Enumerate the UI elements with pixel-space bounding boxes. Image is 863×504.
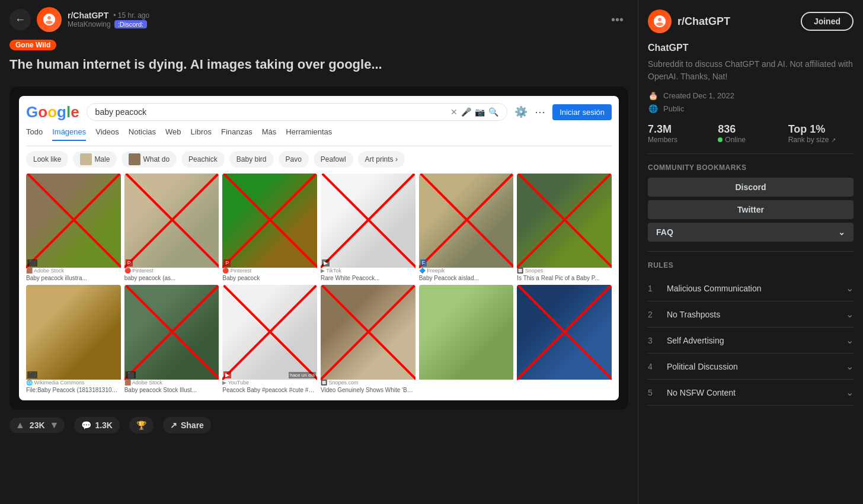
grid-label-9: Peacock Baby #peacock #cute #baby #h... xyxy=(222,387,317,393)
rule-2-chevron: ⌄ xyxy=(846,309,854,320)
upvote-button[interactable]: ▲ xyxy=(15,420,25,431)
chip-pavo[interactable]: Pavo xyxy=(279,151,309,168)
share-icon: ↗ xyxy=(170,420,177,430)
grid-source-6: 🔲 Snopes xyxy=(517,268,612,274)
nav-noticias[interactable]: Noticias xyxy=(129,127,156,141)
grid-item-6[interactable]: 🔲 Snopes Is This a Real Pic of a Baby P.… xyxy=(517,174,612,282)
external-link-icon: ↗ xyxy=(831,137,836,143)
nav-libros[interactable]: Libros xyxy=(191,127,212,141)
online-value: 836 xyxy=(718,123,783,136)
bird-image-9: ▶ hace un día xyxy=(222,285,317,380)
vote-group: ▲ 23K ▼ xyxy=(9,418,65,433)
community-name: r/ChatGPT xyxy=(677,15,730,28)
comment-icon: 💬 xyxy=(81,420,91,430)
rule-1[interactable]: 1 Malicious Communication ⌄ xyxy=(648,275,854,301)
nav-web[interactable]: Web xyxy=(165,127,181,141)
bookmarks-title: COMMUNITY BOOKMARKS xyxy=(648,163,854,172)
grid-label-1: Baby peacock illustra... xyxy=(26,275,121,281)
rule-4-chevron: ⌄ xyxy=(846,361,854,372)
image-grid: ⬛ 🟫 Adobe Stock Baby peacock illustra...… xyxy=(26,174,612,393)
twitter-bookmark[interactable]: Twitter xyxy=(648,200,854,219)
post-header: ← r/ChatGPT • 15 hr. ago MetaKnowing :Di… xyxy=(0,0,638,39)
signin-button[interactable]: Iniciar sesión xyxy=(552,104,612,120)
grid-item-8[interactable]: ⬛ 🟫 Adobe Stock Baby peacock Stock Illus… xyxy=(124,285,219,393)
grid-source-3: 🔴 Pinterest xyxy=(222,268,317,274)
stat-rank: Top 1% Rank by size ↗ xyxy=(788,123,854,144)
vote-count: 23K xyxy=(30,420,45,430)
grid-label-6: Is This a Real Pic of a Baby P... xyxy=(517,275,612,281)
nav-finanzas[interactable]: Finanzas xyxy=(221,127,252,141)
discord-bookmark[interactable]: Discord xyxy=(648,178,854,197)
nav-videos[interactable]: Videos xyxy=(95,127,119,141)
grid-source-5: 🔷 Freepik xyxy=(419,268,514,274)
divider-2 xyxy=(648,251,854,252)
divider-1 xyxy=(648,153,854,154)
nav-herramientas[interactable]: Herramientas xyxy=(286,127,332,141)
rule-3[interactable]: 3 Self Advertising ⌄ xyxy=(648,328,854,354)
rule-5[interactable]: 5 No NSFW Content ⌄ xyxy=(648,380,854,406)
post-content: Gone Wild The human internet is dying. A… xyxy=(0,39,638,86)
settings-icon: ⚙️ xyxy=(514,105,528,118)
chip-what-do[interactable]: What do xyxy=(122,151,177,168)
bird-image-10 xyxy=(321,285,415,380)
comment-button[interactable]: 💬 1.3K xyxy=(74,417,120,434)
bird-image-7: ⬛ xyxy=(26,285,121,380)
rules-title: RULES xyxy=(648,261,854,269)
subreddit-name: r/ChatGPT xyxy=(68,11,108,20)
grid-item-7[interactable]: ⬛ 🌐 Wikimedia Commons File:Baby Peacock … xyxy=(26,285,121,393)
nav-imagenes[interactable]: Imágenes xyxy=(52,127,86,141)
members-value: 7.3M xyxy=(648,123,713,136)
bird-image-11 xyxy=(419,285,514,380)
grid-label-4: Rare White Peacock... xyxy=(321,275,415,281)
chip-baby-bird[interactable]: Baby bird xyxy=(229,151,274,168)
chip-look-like[interactable]: Look like xyxy=(26,151,68,168)
back-button[interactable]: ← xyxy=(9,9,31,30)
chip-art-prints[interactable]: Art prints › xyxy=(358,151,405,168)
grid-item-10[interactable]: 🔲 Snopes.com Video Genuinely Shows White… xyxy=(321,285,415,393)
chip-male[interactable]: Male xyxy=(73,151,117,168)
rank-label: Rank by size ↗ xyxy=(788,136,854,144)
camera-icon: 📷 xyxy=(475,107,485,117)
joined-button[interactable]: Joined xyxy=(801,12,854,31)
grid-item-2[interactable]: P 🔴 Pinterest baby peacock (as... xyxy=(124,174,219,282)
grid-item-11[interactable] xyxy=(419,285,514,393)
rule-4[interactable]: 4 Political Discussion ⌄ xyxy=(648,354,854,380)
grid-item-5[interactable]: F 🔷 Freepik Baby Peacock aislad... xyxy=(419,174,514,282)
grid-item-1[interactable]: ⬛ 🟫 Adobe Stock Baby peacock illustra... xyxy=(26,174,121,282)
bird-image-12 xyxy=(517,285,612,380)
visibility-label: Public xyxy=(663,104,684,113)
online-label: Online xyxy=(718,136,783,144)
grid-source-2: 🔴 Pinterest xyxy=(124,268,219,274)
nav-mas[interactable]: Más xyxy=(262,127,277,141)
grid-item-9[interactable]: ▶ hace un día ▶ YouTube Peacock Baby #pe… xyxy=(222,285,317,393)
share-button[interactable]: ↗ Share xyxy=(163,417,211,434)
clear-icon: ✕ xyxy=(450,107,458,117)
bird-image-5: F xyxy=(419,174,514,268)
bird-image-3: P xyxy=(222,174,317,268)
mic-icon: 🎤 xyxy=(461,107,471,117)
chip-peafowl[interactable]: Peafowl xyxy=(314,151,353,168)
rule-3-chevron: ⌄ xyxy=(846,335,854,346)
apps-icon: ⋯ xyxy=(535,105,545,118)
post-time: • 15 hr. ago xyxy=(113,11,149,20)
nav-todo[interactable]: Todo xyxy=(26,127,43,141)
grid-item-4[interactable]: ▶ ▶ TikTok Rare White Peacock... xyxy=(321,174,415,282)
post-flair: Gone Wild xyxy=(9,40,56,50)
faq-bookmark[interactable]: FAQ ⌄ xyxy=(648,223,854,242)
community-display-name: ChatGPT xyxy=(648,43,854,53)
grid-item-12[interactable] xyxy=(517,285,612,393)
community-icon xyxy=(648,9,672,33)
rules-section: 1 Malicious Communication ⌄ 2 No Trashpo… xyxy=(648,275,854,406)
google-logo: Google xyxy=(26,103,79,121)
comment-count: 1.3K xyxy=(95,420,113,430)
rule-2[interactable]: 2 No Trashposts ⌄ xyxy=(648,301,854,328)
globe-icon: 🌐 xyxy=(648,103,659,114)
rank-value: Top 1% xyxy=(788,123,854,136)
downvote-button[interactable]: ▼ xyxy=(50,420,59,431)
online-dot xyxy=(718,137,723,142)
grid-item-3[interactable]: P 🔴 Pinterest Baby peacock xyxy=(222,174,317,282)
more-options-button[interactable]: ••• xyxy=(606,11,628,29)
grid-label-7: File:Baby Peacock (18131813108)... xyxy=(26,387,121,393)
chip-peachick[interactable]: Peachick xyxy=(181,151,225,168)
award-button[interactable]: 🏆 xyxy=(129,417,154,434)
